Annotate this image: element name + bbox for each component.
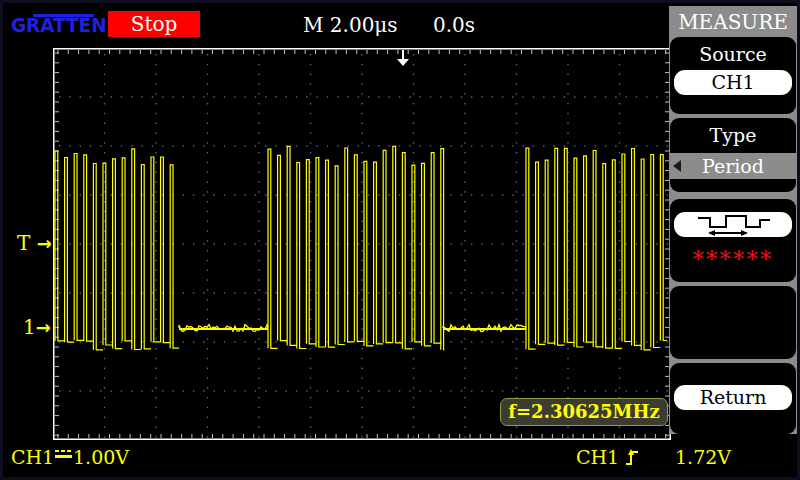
left-triangle-icon (673, 160, 681, 172)
status-bar: CH1 1.00V CH1 1.72V (3, 440, 797, 477)
timebase-readout: M 2.00μs (303, 13, 398, 37)
acquisition-status-badge: Stop (108, 11, 200, 37)
dc-coupling-icon (55, 450, 72, 460)
measure-menu: MEASURE Source CH1 Type Period ****** (669, 6, 797, 434)
logo-overline-decoration (33, 14, 94, 17)
right-arrow-icon: → (36, 317, 51, 338)
menu-title: MEASURE (669, 6, 797, 36)
waveform-display (53, 48, 671, 440)
source-softkey[interactable]: Source CH1 (670, 37, 796, 114)
channel1-scale-readout: 1.00V (73, 446, 129, 468)
period-measure-icon (688, 212, 778, 237)
period-measure-button[interactable] (674, 212, 792, 237)
trigger-level-marker[interactable]: T → (17, 231, 52, 255)
type-label: Type (670, 124, 796, 146)
type-softkey[interactable]: Type Period (670, 118, 796, 192)
channel1-position-marker[interactable]: 1→ (23, 315, 51, 339)
frequency-measurement-readout: f=2.30625MHz (500, 398, 668, 426)
measure-preview-softkey[interactable]: ****** (670, 199, 796, 282)
oscilloscope-screen: GRATTEN Stop M 2.00μs 0.0s T → 1→ f=2.30… (0, 0, 800, 480)
source-label: Source (670, 43, 796, 65)
horizontal-delay-readout: 0.0s (433, 13, 475, 37)
empty-softkey[interactable] (670, 286, 796, 359)
return-softkey[interactable]: Return (670, 363, 796, 434)
return-button[interactable]: Return (674, 385, 792, 410)
type-value-selector[interactable]: Period (670, 153, 796, 179)
rising-edge-trigger-icon (624, 447, 640, 467)
channel1-label: CH1 (11, 446, 54, 468)
source-value-button[interactable]: CH1 (674, 70, 792, 95)
right-arrow-icon: → (37, 233, 52, 254)
trigger-source-label: CH1 (576, 446, 619, 468)
trigger-level-readout: 1.72V (675, 446, 731, 468)
brand-logo: GRATTEN (11, 12, 96, 38)
measurement-value-hidden: ****** (670, 249, 796, 269)
